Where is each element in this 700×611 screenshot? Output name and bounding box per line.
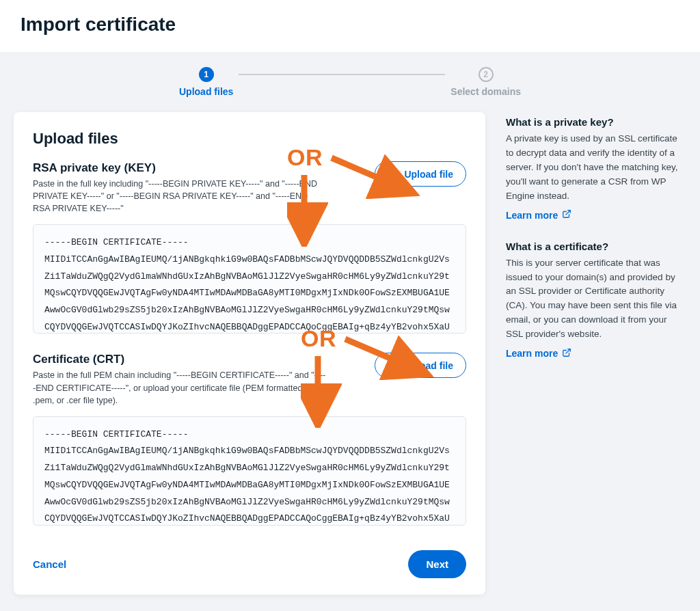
upload-crt-button[interactable]: Upload file [375, 353, 466, 378]
page-title: Import certificate [0, 0, 700, 52]
step-select-domains: 2 Select domains [450, 67, 521, 97]
learn-more-cert-link[interactable]: Learn more [506, 348, 571, 359]
certificate-textarea[interactable]: -----BEGIN CERTIFICATE----- MIIDiTCCAnGg… [33, 416, 466, 526]
upload-card: Upload files RSA private key (KEY) Paste… [14, 112, 485, 595]
certificate-label: Certificate (CRT) [33, 353, 327, 366]
certificate-hint: Paste in the full PEM chain including "-… [33, 369, 327, 406]
external-link-icon [562, 209, 571, 221]
external-link-icon [562, 348, 571, 359]
upload-key-button[interactable]: Upload file [375, 161, 466, 187]
learn-more-pk-link[interactable]: Learn more [506, 209, 571, 221]
stepper: 1 Upload files 2 Select domains [179, 67, 521, 97]
step-number-1: 1 [199, 67, 214, 82]
private-key-section: RSA private key (KEY) Paste in the full … [33, 161, 466, 334]
svg-line-3 [566, 349, 570, 353]
step-label-1: Upload files [179, 86, 233, 97]
certificate-section: Certificate (CRT) Paste in the full PEM … [33, 353, 466, 525]
upload-icon [388, 359, 399, 372]
next-button[interactable]: Next [408, 550, 466, 578]
cancel-button[interactable]: Cancel [33, 558, 66, 570]
learn-more-pk-label: Learn more [506, 210, 558, 221]
private-key-textarea[interactable]: -----BEGIN CERTIFICATE----- MIIDiTCCAnGg… [33, 224, 466, 334]
help-private-key: What is a private key? A private key is … [506, 116, 684, 221]
help-pk-body: A private key is used by an SSL certific… [506, 132, 684, 204]
svg-line-2 [566, 211, 570, 215]
step-upload-files: 1 Upload files [179, 67, 233, 97]
learn-more-cert-label: Learn more [506, 348, 558, 359]
upload-key-label: Upload file [404, 169, 453, 180]
step-label-2: Select domains [450, 86, 521, 97]
upload-icon [388, 167, 399, 180]
upload-crt-label: Upload file [404, 360, 453, 371]
help-pk-title: What is a private key? [506, 116, 684, 128]
step-connector [239, 74, 445, 75]
private-key-hint: Paste in the full key including "-----BE… [33, 178, 327, 215]
step-number-2: 2 [479, 67, 494, 82]
private-key-label: RSA private key (KEY) [33, 161, 327, 175]
help-cert-body: This is your server certificate that was… [506, 256, 684, 342]
help-cert-title: What is a certificate? [506, 241, 684, 252]
help-certificate: What is a certificate? This is your serv… [506, 241, 684, 360]
help-sidebar: What is a private key? A private key is … [506, 112, 684, 379]
card-heading: Upload files [33, 130, 466, 148]
